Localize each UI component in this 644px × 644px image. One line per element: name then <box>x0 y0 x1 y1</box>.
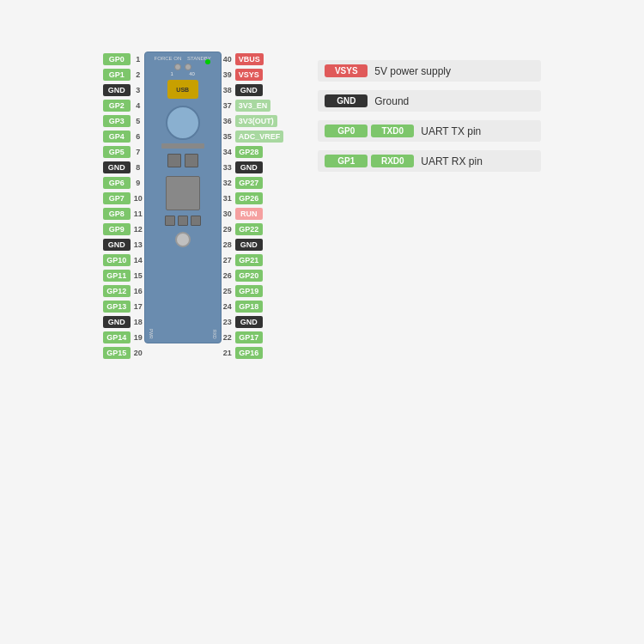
pin-label: GP20 <box>235 270 263 282</box>
legend-pair: GP0TXD0 <box>325 125 414 137</box>
legend-row: GP0TXD0UART TX pin <box>318 120 541 142</box>
legend-description: UART RX pin <box>421 155 483 167</box>
pin-number: 37 <box>222 101 234 110</box>
pin-label: GP9 <box>103 223 131 235</box>
left-pin-item: GND18 <box>103 314 144 330</box>
pin-number: 9 <box>132 179 144 187</box>
pin-number: 33 <box>222 163 234 172</box>
pin-label: GP13 <box>103 301 131 313</box>
pin-number: 29 <box>222 225 234 234</box>
pin-label: GP7 <box>103 192 131 204</box>
left-pin-item: GP1317 <box>103 299 144 314</box>
pin-label: 3V3_EN <box>235 100 271 112</box>
pin-number: 26 <box>222 271 234 280</box>
pin-number: 17 <box>132 302 144 311</box>
pin-label: GP1 <box>103 69 131 81</box>
right-pin-item: 29GP22 <box>222 222 263 237</box>
right-pin-item: 39VSYS <box>222 67 263 82</box>
pin-number: 18 <box>132 318 144 326</box>
pin-label: GP6 <box>103 177 131 189</box>
pin-number: 38 <box>222 86 234 94</box>
right-pin-item: 21GP16 <box>222 345 263 361</box>
pin-number: 11 <box>132 210 144 218</box>
pin-number: 15 <box>132 271 144 280</box>
right-pin-item: 22GP17 <box>222 330 263 345</box>
pin-number: 31 <box>222 194 234 203</box>
left-pin-item: GP1115 <box>103 268 144 283</box>
pin-label: GP19 <box>235 285 263 297</box>
left-pin-item: GP35 <box>103 113 144 129</box>
left-pin-item: GND3 <box>103 82 144 98</box>
left-pin-item: GP01 <box>103 52 144 67</box>
pin-number: 14 <box>132 256 144 264</box>
right-pin-item: 35ADC_VREF <box>222 129 284 144</box>
legend-pair: GND <box>325 94 368 107</box>
left-pin-item: GP1014 <box>103 252 144 268</box>
left-pin-item: GP912 <box>103 222 144 237</box>
pin-number: 28 <box>222 240 234 249</box>
legend-badge: TXD0 <box>371 125 414 137</box>
pin-number: 24 <box>222 302 234 311</box>
left-pin-item: GP1419 <box>103 330 144 345</box>
right-pins: 40VBUS39VSYS38GND373V3_EN363V3(OUT)35ADC… <box>222 52 284 361</box>
legend: VSYS5V power supplyGNDGroundGP0TXD0UART … <box>318 60 541 172</box>
board-main-chip <box>166 176 200 210</box>
pin-label: GP26 <box>235 192 263 204</box>
pin-number: 21 <box>222 349 234 357</box>
pin-label: GP0 <box>103 53 131 65</box>
board-area: GP01GP12GND3GP24GP35GP46GP57GND8GP69GP71… <box>103 52 284 361</box>
legend-pair: GP1RXD0 <box>325 155 414 167</box>
right-pin-item: 28GND <box>222 237 263 252</box>
pin-number: 3 <box>132 86 144 94</box>
pin-number: 30 <box>222 210 234 218</box>
pin-label: GP8 <box>103 208 131 220</box>
pin-label: GP10 <box>103 254 131 266</box>
left-pins: GP01GP12GND3GP24GP35GP46GP57GND8GP69GP71… <box>103 52 144 361</box>
left-pin-item: GP1520 <box>103 345 144 361</box>
pin-label: VSYS <box>235 69 263 81</box>
pin-number: 16 <box>132 287 144 295</box>
pin-number: 35 <box>222 132 234 141</box>
board-label-force: FORCE ON STANDBY <box>155 56 211 62</box>
right-pin-item: 373V3_EN <box>222 98 271 113</box>
pin-label: GP12 <box>103 285 131 297</box>
pin-label: GP2 <box>103 100 131 112</box>
legend-badge: RXD0 <box>371 155 414 167</box>
board-diagram: FORCE ON STANDBY 1 40 USB <box>144 52 222 343</box>
pin-label: GP5 <box>103 146 131 158</box>
pin-number: 40 <box>222 55 234 64</box>
legend-row: GNDGround <box>318 90 541 112</box>
pin-number: 12 <box>132 225 144 234</box>
pin-label: GP22 <box>235 223 263 235</box>
legend-badge: GND <box>325 94 368 107</box>
pin-label: GND <box>103 84 131 96</box>
main-content: GP01GP12GND3GP24GP35GP46GP57GND8GP69GP71… <box>17 52 627 361</box>
left-pin-item: GP710 <box>103 191 144 206</box>
left-pin-item: GP57 <box>103 144 144 160</box>
pin-label: GP16 <box>235 347 263 359</box>
pin-number: 20 <box>132 349 144 357</box>
pin-number: 19 <box>132 333 144 342</box>
pin-label: GP14 <box>103 331 131 343</box>
right-pin-item: 31GP26 <box>222 191 263 206</box>
left-pin-item: GND8 <box>103 160 144 175</box>
board-circle <box>166 106 200 140</box>
pin-label: RUN <box>235 208 263 220</box>
pin-label: GND <box>235 239 263 251</box>
pin-label: GP15 <box>103 347 131 359</box>
pin-label: ADC_VREF <box>235 131 284 143</box>
right-pin-item: 363V3(OUT) <box>222 113 277 129</box>
page-container: GP01GP12GND3GP24GP35GP46GP57GND8GP69GP71… <box>0 0 644 644</box>
legend-description: 5V power supply <box>374 65 451 77</box>
pin-number: 7 <box>132 148 144 156</box>
right-pin-item: 23GND <box>222 314 263 330</box>
pin-label: VBUS <box>235 53 264 65</box>
board-bottom <box>165 216 201 247</box>
pin-number: 34 <box>222 148 234 156</box>
pin-number: 1 <box>132 55 144 64</box>
legend-pair: VSYS <box>325 64 368 77</box>
pin-label: GP18 <box>235 301 263 313</box>
left-pin-item: GP1216 <box>103 283 144 299</box>
left-pin-item: GP12 <box>103 67 144 82</box>
pin-label: GP27 <box>235 177 263 189</box>
